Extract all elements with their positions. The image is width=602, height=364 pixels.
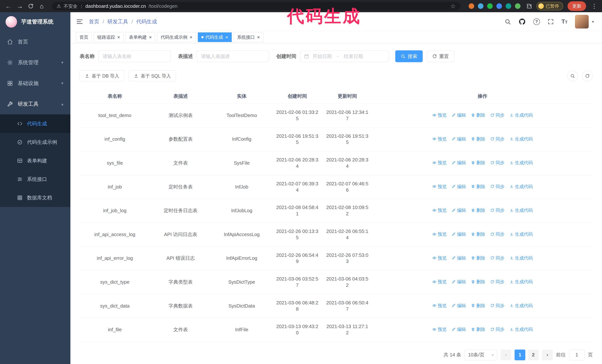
toggle-search-button[interactable]	[567, 71, 578, 81]
page-button-2[interactable]: 2	[528, 350, 539, 360]
delete-link[interactable]: 删除	[471, 255, 485, 261]
tab-链路追踪[interactable]: 链路追踪 ×	[94, 32, 124, 42]
refresh-table-button[interactable]	[582, 71, 593, 81]
sidebar-subitem-codegen-demo[interactable]: 代码生成示例	[0, 133, 70, 151]
sync-link[interactable]: 同步	[490, 207, 505, 213]
delete-link[interactable]: 删除	[471, 207, 485, 213]
help-icon[interactable]: ?	[533, 18, 540, 25]
tab-close-icon[interactable]: ×	[117, 35, 120, 40]
sidebar-item-devtools[interactable]: 研发工具 ▴	[0, 94, 70, 114]
tab-close-icon[interactable]: ×	[149, 35, 152, 40]
sidebar-item-home[interactable]: 首页	[0, 31, 70, 52]
breadcrumb-item[interactable]: 首页	[89, 18, 99, 25]
sync-link[interactable]: 同步	[490, 184, 505, 189]
sidebar-subitem-form-builder[interactable]: 表单构建	[0, 151, 70, 170]
goto-page-input[interactable]	[569, 350, 585, 360]
reset-button[interactable]: 重置	[427, 50, 454, 62]
tab-close-icon[interactable]: ×	[257, 35, 260, 40]
edit-link[interactable]: 编辑	[452, 112, 466, 118]
tab-首页[interactable]: 首页	[76, 32, 92, 42]
extension-indigo-icon[interactable]	[496, 3, 502, 9]
preview-link[interactable]: 预览	[432, 136, 447, 142]
page-size-select[interactable]: 10条/页 ▾	[464, 350, 497, 360]
preview-link[interactable]: 预览	[432, 326, 447, 332]
date-range-picker[interactable]: 开始日期 - 结束日期	[300, 50, 389, 62]
preview-link[interactable]: 预览	[432, 184, 447, 189]
delete-link[interactable]: 删除	[471, 231, 485, 237]
sync-link[interactable]: 同步	[490, 231, 505, 237]
edit-link[interactable]: 编辑	[452, 184, 466, 189]
extension-teal-icon[interactable]	[506, 3, 511, 9]
extension-blue-icon[interactable]	[478, 3, 484, 9]
generate-code-link[interactable]: 生成代码	[510, 326, 533, 332]
tab-close-icon[interactable]: ×	[226, 35, 228, 40]
sidebar-item-infra[interactable]: 基础设施 ▾	[0, 73, 70, 94]
edit-link[interactable]: 编辑	[452, 160, 466, 166]
edit-link[interactable]: 编辑	[452, 279, 466, 285]
preview-link[interactable]: 预览	[432, 112, 447, 118]
address-bar[interactable]: ⚠ 不安全 | dashboard.yudao.iocoder.cn /tool…	[52, 2, 461, 10]
delete-link[interactable]: 删除	[471, 112, 485, 118]
back-icon[interactable]: ←	[5, 3, 12, 10]
page-button-1[interactable]: 1	[515, 350, 525, 360]
generate-code-link[interactable]: 生成代码	[510, 207, 533, 213]
sidebar-item-system[interactable]: 系统管理 ▾	[0, 52, 70, 73]
delete-link[interactable]: 删除	[471, 326, 485, 332]
import-db-button[interactable]: 基于 DB 导入	[80, 70, 124, 82]
tab-代码生成[interactable]: 代码生成 ×	[198, 32, 232, 42]
delete-link[interactable]: 删除	[471, 279, 485, 285]
preview-link[interactable]: 预览	[432, 231, 447, 237]
delete-link[interactable]: 删除	[471, 184, 485, 189]
edit-link[interactable]: 编辑	[452, 303, 466, 308]
sync-link[interactable]: 同步	[490, 255, 505, 261]
extension-lime-icon[interactable]	[515, 3, 520, 9]
paused-badge[interactable]: 已暂停	[537, 2, 563, 10]
generate-code-link[interactable]: 生成代码	[510, 136, 533, 142]
delete-link[interactable]: 删除	[471, 303, 485, 308]
extensions-puzzle-icon[interactable]	[527, 3, 532, 9]
fullscreen-icon[interactable]	[547, 18, 554, 25]
breadcrumb-item[interactable]: 研发工具	[108, 18, 128, 25]
preview-link[interactable]: 预览	[432, 207, 447, 213]
preview-link[interactable]: 预览	[432, 255, 447, 261]
import-sql-button[interactable]: 基于 SQL 导入	[129, 70, 176, 82]
sync-link[interactable]: 同步	[490, 112, 505, 118]
sync-link[interactable]: 同步	[490, 279, 505, 285]
edit-link[interactable]: 编辑	[452, 326, 466, 332]
bookmark-star-icon[interactable]: ☆	[450, 3, 456, 10]
table-desc-input[interactable]	[197, 50, 269, 62]
edit-link[interactable]: 编辑	[452, 231, 466, 237]
app-logo[interactable]: 芋道管理系统	[0, 12, 70, 31]
tab-表单构建[interactable]: 表单构建 ×	[125, 32, 155, 42]
generate-code-link[interactable]: 生成代码	[510, 112, 533, 118]
prev-page-button[interactable]: ‹	[501, 350, 511, 360]
sync-link[interactable]: 同步	[490, 136, 505, 142]
sidebar-subitem-db-doc[interactable]: 数据库文档	[0, 188, 70, 207]
edit-link[interactable]: 编辑	[452, 207, 466, 213]
generate-code-link[interactable]: 生成代码	[510, 231, 533, 237]
header-search-icon[interactable]	[504, 18, 511, 25]
edit-link[interactable]: 编辑	[452, 136, 466, 142]
extension-orange-icon[interactable]	[469, 3, 474, 9]
search-button[interactable]: 搜索	[395, 50, 423, 62]
breadcrumb-item[interactable]: 代码生成	[136, 18, 157, 25]
generate-code-link[interactable]: 生成代码	[510, 303, 533, 308]
hamburger-icon[interactable]	[76, 18, 83, 25]
sidebar-subitem-codegen[interactable]: 代码生成	[0, 114, 70, 133]
tab-代码生成示例[interactable]: 代码生成示例 ×	[157, 32, 196, 42]
user-avatar[interactable]	[575, 15, 589, 29]
preview-link[interactable]: 预览	[432, 279, 447, 285]
sync-link[interactable]: 同步	[490, 303, 505, 308]
sidebar-subitem-system-api[interactable]: 系统接口	[0, 170, 70, 188]
table-name-input[interactable]	[98, 50, 171, 62]
tab-close-icon[interactable]: ×	[190, 35, 192, 40]
font-size-icon[interactable]: TT	[561, 18, 568, 25]
preview-link[interactable]: 预览	[432, 303, 447, 308]
generate-code-link[interactable]: 生成代码	[510, 160, 533, 166]
extension-green-icon[interactable]	[487, 3, 493, 9]
delete-link[interactable]: 删除	[471, 160, 485, 166]
update-button[interactable]: 更新	[568, 1, 586, 11]
sync-link[interactable]: 同步	[490, 160, 505, 166]
home-icon[interactable]: ⌂	[38, 3, 45, 10]
next-page-button[interactable]: ›	[542, 350, 553, 360]
